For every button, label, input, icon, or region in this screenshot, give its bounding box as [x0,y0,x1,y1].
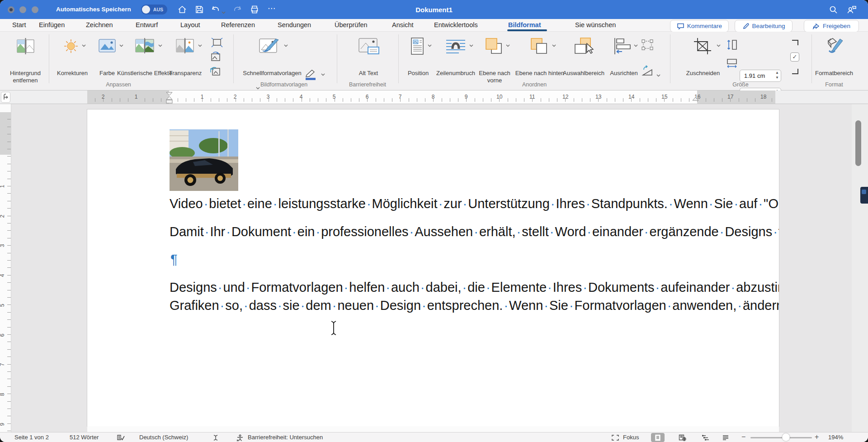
picture-border-icon[interactable] [304,69,317,82]
shape-height-stepper[interactable]: ▲▼ [774,70,780,81]
tab-zeichnen[interactable]: Zeichnen [86,21,113,29]
comments-button[interactable]: Kommentare [670,20,729,32]
zoom-percentage[interactable]: 194% [828,434,843,441]
reset-picture-icon[interactable] [210,66,222,79]
vruler-ticks [7,112,11,432]
tab-start[interactable]: Start [12,21,26,29]
zoom-slider-track[interactable] [750,437,812,438]
focus-label[interactable]: Fokus [623,434,639,441]
print-layout-view-button[interactable] [651,433,665,442]
scrollbar-track[interactable] [852,104,868,432]
car-photo-image[interactable] [170,129,238,191]
tab-sendungen[interactable]: Sendungen [278,21,311,29]
command-label: Ausrichten [601,70,646,77]
accessibility-status[interactable]: Barrierefreiheit: Untersuchen [248,434,323,441]
group-objects-chevron[interactable] [656,74,660,77]
bring-forward-dropdown-chevron[interactable] [506,44,510,47]
editing-button[interactable]: Bearbeitung [735,20,793,32]
lock-aspect-ratio-checkbox[interactable]: ✓ [790,52,799,62]
rotate-objects-icon[interactable] [641,65,654,79]
command-label: Alt Text [348,70,389,77]
language-status[interactable]: Deutsch (Schweiz) [139,434,188,441]
active-tab-underline [507,29,547,31]
tab-einfuegen[interactable]: Einfügen [39,21,65,29]
document-title: Dokument1 [0,6,868,14]
paragraph[interactable]: Designs·und·Formatvorlagen·helfen·auch·d… [170,278,697,315]
right-indent-marker[interactable] [692,96,699,103]
transparency-dropdown-chevron[interactable] [198,44,202,47]
group-name-barrierefreiheit: Barrierefreiheit [322,81,413,88]
text-cursor-tracking-icon[interactable] [212,434,220,442]
group-name-bildformatvorlagen: Bildformatvorlagen [239,81,329,88]
group-name-anordnen: Anordnen [489,81,580,88]
zoom-out-button[interactable]: − [741,433,745,441]
zoom-slider-knob[interactable] [782,433,790,441]
group-name-anpassen: Anpassen [73,81,164,88]
outline-view-button[interactable] [699,433,712,442]
tell-me-label[interactable]: Sie wünschen [575,21,616,29]
tab-bildformat[interactable]: Bildformat [508,21,541,29]
picture-border-chevron[interactable] [321,73,325,76]
quick-styles-dropdown-chevron[interactable] [284,44,288,47]
corrections-dropdown-chevron[interactable] [82,44,86,47]
search-icon[interactable] [828,5,838,16]
change-picture-icon[interactable] [210,52,222,64]
ribbon: Hintergrund entfernen Korrekturen Farbe [0,32,868,90]
word-count[interactable]: 512 Wörter [70,434,99,441]
tab-entwicklertools[interactable]: Entwicklertools [434,21,478,29]
crop-dropdown-chevron[interactable] [717,44,721,47]
shape-height-icon [726,39,738,52]
command-label: Zuschneiden [676,70,730,77]
command-label: Transparenz [158,70,212,77]
paragraph-empty[interactable]: ¶ [170,250,697,269]
draft-view-button[interactable] [719,433,732,442]
group-objects-icon[interactable] [641,39,654,52]
group-name-groesse: Größe [695,81,786,88]
window-edge-artifact [860,187,868,204]
tab-referenzen[interactable]: Referenzen [221,21,255,29]
presence-people-icon[interactable] [846,5,857,16]
position-dropdown-chevron[interactable] [428,44,432,47]
focus-icon[interactable] [611,434,619,442]
share-button[interactable]: Freigeben [804,20,859,32]
comments-label: Kommentare [687,23,722,29]
scrollbar-thumb[interactable] [855,120,861,166]
horizontal-ruler: 21123456789101112131415161718 [0,90,868,104]
tab-layout[interactable]: Layout [180,21,200,29]
shape-width-icon [726,57,738,71]
accessibility-icon[interactable] [236,434,244,442]
paragraph[interactable]: Damit·Ihr·Dokument·ein·professionelles·A… [170,223,697,241]
tab-entwurf[interactable]: Entwurf [136,21,158,29]
separator [337,34,337,83]
indent-marker[interactable] [165,91,173,104]
color-dropdown-chevron[interactable] [119,44,123,47]
command-label: Hintergrund entfernen [0,70,51,84]
tab-selector[interactable] [1,92,10,103]
status-bar: Seite 1 von 2 512 Wörter Deutsch (Schwei… [0,432,868,442]
page-count[interactable]: Seite 1 von 2 [14,434,49,441]
artistic-effects-dropdown-chevron[interactable] [158,44,162,47]
tab-ueberpruefen[interactable]: Überprüfen [335,21,368,29]
aspect-corner-bottom-icon [792,69,798,74]
spellcheck-icon[interactable] [117,434,125,442]
tab-ansicht[interactable]: Ansicht [392,21,414,29]
command-label: Zeilenumbruch [425,70,486,77]
document-body[interactable]: Video·bietet·eine·leistungsstarke·Möglic… [170,128,697,324]
wrap-text-dropdown-chevron[interactable] [469,44,473,47]
command-label: Formatbereich [806,70,863,77]
word-window: Automatisches Speichern AUS ⋯ Dokument1 … [0,0,868,442]
aspect-corner-top-icon [792,40,798,45]
document-page[interactable]: Video·bietet·eine·leistungsstarke·Möglic… [87,109,779,426]
document-area: 123456789 [0,104,868,432]
web-layout-view-button[interactable] [675,433,689,442]
zoom-in-button[interactable]: + [815,433,819,441]
title-bar: Automatisches Speichern AUS ⋯ Dokument1 [0,0,868,19]
vertical-ruler: 123456789 [0,104,11,432]
compress-picture-icon[interactable] [211,37,223,50]
separator [670,34,670,83]
group-name-format: Format [789,81,868,88]
align-dropdown-chevron[interactable] [634,44,638,47]
paragraph[interactable]: Video·bietet·eine·leistungsstarke·Möglic… [170,128,697,213]
share-label: Freigeben [823,23,850,29]
send-backward-dropdown-chevron[interactable] [552,44,556,47]
